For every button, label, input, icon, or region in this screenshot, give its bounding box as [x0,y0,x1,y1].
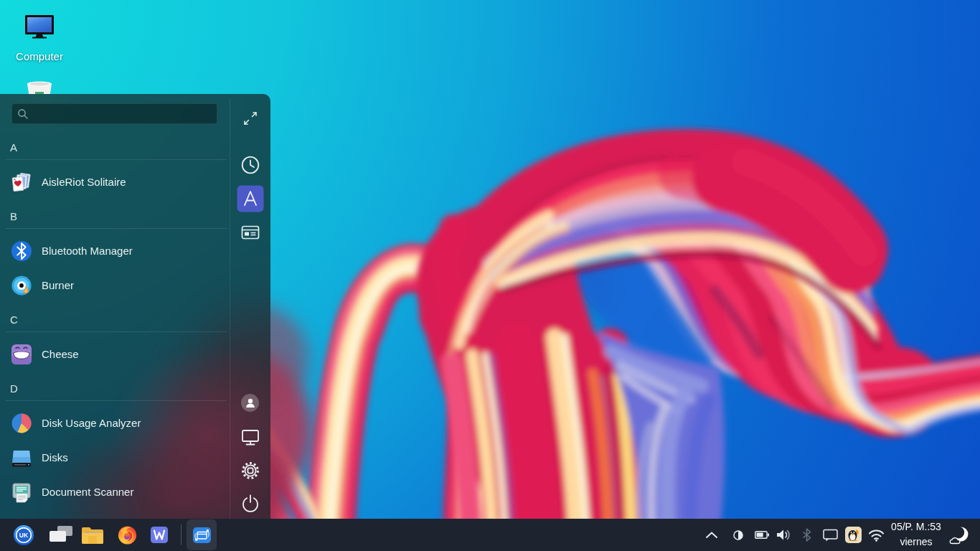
svg-text:A: A [14,178,17,182]
svg-text:UK: UK [19,532,29,539]
